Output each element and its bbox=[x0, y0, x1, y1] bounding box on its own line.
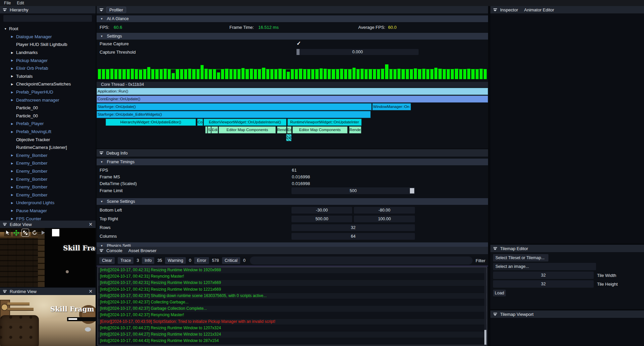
collapse-icon[interactable] bbox=[3, 223, 7, 226]
log-entry[interactable]: [Info][2024-10-17, 00:42:31] Resyncing M… bbox=[98, 274, 487, 280]
collapse-icon[interactable] bbox=[3, 290, 7, 293]
section-settings[interactable]: ▼ Settings bbox=[97, 33, 488, 40]
filter-toggle-trace[interactable]: Trace bbox=[118, 257, 134, 264]
flame-segment[interactable]: Editor Map Components bbox=[219, 126, 276, 133]
frame-limit-slider[interactable]: 500 bbox=[291, 187, 415, 194]
close-icon[interactable]: ✕ bbox=[89, 289, 93, 294]
chevron-right-icon[interactable]: ▶ bbox=[11, 162, 16, 165]
tile-width-field[interactable]: 32 bbox=[493, 272, 594, 279]
tree-item[interactable]: ▶Enemy_Bomber bbox=[0, 183, 96, 191]
tab-inspector[interactable]: Inspector bbox=[500, 7, 518, 12]
log-entry[interactable]: [Info][2024-10-17, 00:42:37] Resyncing M… bbox=[98, 312, 487, 318]
log-entry[interactable]: [Info][2024-10-17, 00:42:31] Resizing Ru… bbox=[98, 287, 487, 293]
log-entry[interactable]: [Error][2024-10-17, 00:43:59] ScriptStat… bbox=[98, 319, 487, 325]
bottom-left-x-field[interactable]: -30.00 bbox=[291, 207, 352, 214]
tree-item[interactable]: ▶CheckpointCameraSwitches bbox=[0, 80, 96, 88]
tree-item[interactable]: ▶Pickup Manager bbox=[0, 56, 96, 64]
tree-item[interactable]: ▶Prefab_PlayerHUD bbox=[0, 88, 96, 96]
tree-item[interactable]: Particle_00 bbox=[0, 104, 96, 112]
section-scene-settings[interactable]: ▼ Scene Settings bbox=[97, 198, 488, 205]
move-tool-icon[interactable] bbox=[13, 229, 20, 236]
flame-segment[interactable]: WindowManager::On bbox=[372, 103, 411, 110]
tree-item[interactable]: ▶Enemy_Bomber bbox=[0, 167, 96, 175]
log-entry[interactable]: [Info][2024-10-17, 00:42:37] Collecting … bbox=[98, 299, 487, 305]
top-right-y-field[interactable]: 100.00 bbox=[354, 216, 415, 222]
flame-segment[interactable]: Application::Run() bbox=[97, 88, 488, 95]
flame-segment[interactable] bbox=[205, 126, 207, 133]
chevron-right-icon[interactable]: ▶ bbox=[11, 177, 16, 181]
scale-tool-icon[interactable] bbox=[21, 229, 29, 237]
chevron-right-icon[interactable]: ▶ bbox=[11, 51, 16, 54]
filter-toggle-info[interactable]: Info bbox=[142, 257, 154, 264]
flame-segment[interactable]: Rende bbox=[349, 126, 361, 133]
tree-item[interactable]: ▶FPS Counter bbox=[0, 215, 96, 221]
collapse-icon[interactable] bbox=[100, 249, 103, 252]
tree-item[interactable]: ▶Enemy_Bomber bbox=[0, 159, 96, 167]
flame-segment[interactable]: Lo bbox=[286, 134, 291, 141]
rows-field[interactable]: 32 bbox=[291, 224, 415, 231]
section-physics-settings[interactable]: ▼ Physics Setti bbox=[97, 242, 488, 247]
flame-segment[interactable]: Edi bbox=[211, 126, 218, 133]
chevron-right-icon[interactable]: ▶ bbox=[11, 35, 16, 38]
flame-segment[interactable]: Starforge::OnUpdate() bbox=[97, 103, 372, 110]
flame-segment[interactable]: Rend bbox=[277, 126, 286, 133]
hierarchy-search-input[interactable] bbox=[3, 15, 92, 22]
flame-segment[interactable]: EditorViewportWidget::OnUpdateInternal() bbox=[204, 119, 286, 126]
tree-item-root[interactable]: ▼Root bbox=[0, 25, 96, 33]
collapse-icon[interactable] bbox=[493, 247, 497, 250]
collapse-icon[interactable] bbox=[3, 8, 7, 11]
log-entry[interactable]: [Info][2024-10-17, 00:42:31] Resizing Ru… bbox=[98, 280, 487, 286]
chevron-right-icon[interactable]: ▶ bbox=[11, 193, 16, 196]
filter-input[interactable] bbox=[250, 256, 473, 265]
tree-item[interactable]: Particle_00 bbox=[0, 112, 96, 120]
tree-item[interactable]: ▶Prefab_MovingLift bbox=[0, 128, 96, 136]
filter-toggle-error[interactable]: Error bbox=[194, 257, 209, 264]
tree-item[interactable]: RuntimeCamera [Listener] bbox=[0, 143, 96, 152]
bottom-left-y-field[interactable]: -80.00 bbox=[354, 207, 415, 214]
flame-segment[interactable]: RuntimeViewportWidget::OnUpdateInter bbox=[287, 119, 362, 126]
top-right-x-field[interactable]: 500.00 bbox=[291, 216, 352, 222]
tree-item[interactable]: ▶Enemy_Bomber bbox=[0, 175, 96, 183]
slider-knob[interactable] bbox=[410, 188, 414, 193]
tree-item[interactable]: ▶Landmarks bbox=[0, 49, 96, 57]
tree-item[interactable]: ▶Enemy_Bomber bbox=[0, 191, 96, 199]
play-icon[interactable] bbox=[40, 229, 47, 236]
chevron-right-icon[interactable]: ▶ bbox=[11, 98, 16, 102]
tree-item[interactable]: Player HUD Skill Lightbulb bbox=[0, 41, 96, 49]
tree-item[interactable]: ▶Pause Manager bbox=[0, 207, 96, 215]
runtime-viewport-canvas[interactable]: Skill Fragm bbox=[0, 295, 96, 346]
editor-viewport-canvas[interactable]: Skill Fragm bbox=[0, 228, 96, 287]
tree-item[interactable]: Objective Tracker bbox=[0, 135, 96, 143]
filter-toggle-critical[interactable]: Critical bbox=[222, 257, 240, 264]
tree-item[interactable]: ▶Elixir Orb Prefab bbox=[0, 64, 96, 72]
rotate-tool-icon[interactable] bbox=[31, 229, 38, 236]
flame-segment[interactable]: Editor Map Components bbox=[292, 126, 348, 133]
tree-item[interactable]: ▶Dialogue Manager bbox=[0, 33, 96, 41]
chevron-right-icon[interactable]: ▶ bbox=[11, 74, 16, 78]
tree-item[interactable]: ▶Prefab_Player bbox=[0, 120, 96, 128]
tile-height-field[interactable]: 32 bbox=[493, 280, 594, 288]
log-entry[interactable]: [Info][2024-10-17, 00:44:27] Resizing Ru… bbox=[98, 325, 487, 331]
tab-asset-browser[interactable]: Asset Browser bbox=[128, 248, 157, 253]
collapse-icon[interactable] bbox=[100, 152, 103, 155]
chevron-right-icon[interactable]: ▶ bbox=[11, 154, 16, 157]
chevron-right-icon[interactable]: ▶ bbox=[11, 185, 16, 189]
chevron-right-icon[interactable]: ▶ bbox=[11, 217, 16, 220]
select-tileset-button[interactable]: Select Tileset or Tilemap... bbox=[493, 254, 548, 262]
capture-threshold-slider[interactable]: 0.000 bbox=[297, 49, 419, 55]
chevron-right-icon[interactable]: ▶ bbox=[11, 122, 16, 125]
chevron-right-icon[interactable]: ▶ bbox=[11, 169, 16, 173]
collapse-icon[interactable] bbox=[100, 8, 103, 11]
log-entry[interactable]: [Info][2024-10-17, 00:42:37] Garbage Col… bbox=[98, 306, 487, 312]
chevron-right-icon[interactable]: ▶ bbox=[11, 82, 16, 86]
menu-item-file[interactable]: File bbox=[4, 1, 11, 5]
tree-item[interactable]: ▶Tutorials bbox=[0, 72, 96, 80]
load-button[interactable]: Load bbox=[493, 290, 506, 296]
log-entry[interactable]: [Info][2024-10-17, 00:42:31] Resizing Ru… bbox=[98, 267, 487, 273]
log-entry[interactable]: [Info][2024-10-17, 00:44:27] Resizing Ru… bbox=[98, 332, 487, 338]
section-at-a-glance[interactable]: ▼ At A Glance bbox=[97, 15, 488, 22]
columns-field[interactable]: 64 bbox=[291, 233, 415, 240]
chevron-right-icon[interactable]: ▶ bbox=[11, 130, 16, 133]
chevron-right-icon[interactable]: ▶ bbox=[11, 201, 16, 205]
flame-segment[interactable]: Edi bbox=[287, 126, 291, 133]
